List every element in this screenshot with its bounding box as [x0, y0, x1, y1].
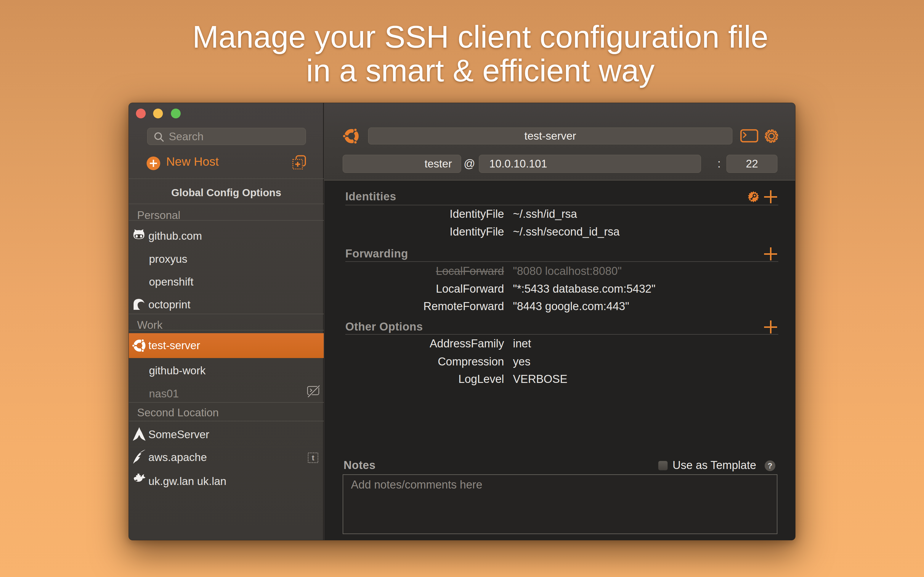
svg-text:t: t [312, 453, 315, 462]
